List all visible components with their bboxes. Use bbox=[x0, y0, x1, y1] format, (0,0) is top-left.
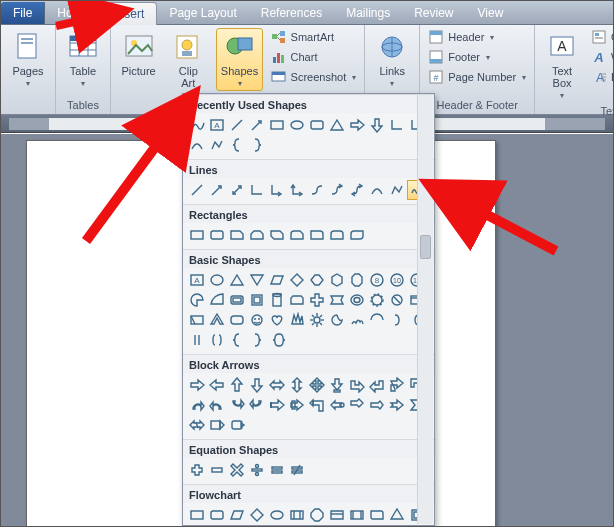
tab-references[interactable]: References bbox=[249, 2, 334, 24]
shape-item[interactable] bbox=[247, 525, 267, 526]
shape-item[interactable] bbox=[347, 375, 367, 395]
shape-item[interactable] bbox=[287, 505, 307, 525]
tab-review[interactable]: Review bbox=[402, 2, 465, 24]
shape-snip-single[interactable] bbox=[227, 225, 247, 245]
shape-item[interactable] bbox=[187, 395, 207, 415]
shape-item[interactable] bbox=[307, 290, 327, 310]
shape-left-brace[interactable] bbox=[227, 135, 247, 155]
shape-down-arrow[interactable] bbox=[367, 115, 387, 135]
shape-item[interactable] bbox=[307, 505, 327, 525]
shape-equals[interactable] bbox=[267, 460, 287, 480]
shape-rounded-rect[interactable] bbox=[307, 115, 327, 135]
shape-item[interactable] bbox=[267, 290, 287, 310]
panel-scrollbar[interactable] bbox=[417, 95, 433, 524]
shape-item[interactable] bbox=[267, 330, 287, 350]
shape-minus[interactable] bbox=[207, 460, 227, 480]
screenshot-button[interactable]: Screenshot bbox=[269, 68, 359, 86]
shape-item[interactable] bbox=[287, 375, 307, 395]
shape-oval[interactable] bbox=[287, 115, 307, 135]
footer-button[interactable]: Footer bbox=[426, 48, 528, 66]
smartart-button[interactable]: SmartArt bbox=[269, 28, 359, 46]
shape-item[interactable] bbox=[227, 330, 247, 350]
shape-elbow-arrow[interactable] bbox=[267, 180, 287, 200]
shape-double-arrow[interactable] bbox=[227, 180, 247, 200]
shape-item[interactable] bbox=[187, 375, 207, 395]
shape-item[interactable] bbox=[387, 525, 407, 526]
shape-item[interactable] bbox=[327, 290, 347, 310]
shape-item[interactable] bbox=[267, 310, 287, 330]
shape-item[interactable] bbox=[367, 310, 387, 330]
shape-item[interactable] bbox=[247, 330, 267, 350]
shape-item[interactable] bbox=[307, 375, 327, 395]
shape-item[interactable] bbox=[387, 395, 407, 415]
shape-item[interactable] bbox=[267, 270, 287, 290]
shape-item[interactable] bbox=[367, 375, 387, 395]
shape-item[interactable] bbox=[347, 395, 367, 415]
shape-item[interactable] bbox=[327, 270, 347, 290]
shape-item[interactable] bbox=[387, 505, 407, 525]
shape-item[interactable] bbox=[227, 395, 247, 415]
quick-parts-button[interactable]: Quick Parts bbox=[589, 28, 614, 46]
clipart-button[interactable]: Clip Art bbox=[166, 28, 210, 103]
shape-item[interactable] bbox=[227, 525, 247, 526]
shape-item[interactable] bbox=[207, 395, 227, 415]
shape-rounded-rect[interactable] bbox=[207, 225, 227, 245]
shape-arrow[interactable] bbox=[207, 180, 227, 200]
picture-button[interactable]: Picture bbox=[117, 28, 160, 80]
shape-item[interactable] bbox=[227, 310, 247, 330]
tab-view[interactable]: View bbox=[466, 2, 516, 24]
shape-item[interactable] bbox=[207, 270, 227, 290]
shape-item[interactable] bbox=[307, 270, 327, 290]
shape-item[interactable] bbox=[327, 310, 347, 330]
shape-item[interactable] bbox=[187, 330, 207, 350]
shape-item[interactable] bbox=[267, 375, 287, 395]
shape-round-single[interactable] bbox=[307, 225, 327, 245]
shape-item[interactable] bbox=[287, 395, 307, 415]
shape-item[interactable] bbox=[367, 505, 387, 525]
shape-item[interactable] bbox=[307, 395, 327, 415]
chart-button[interactable]: Chart bbox=[269, 48, 359, 66]
shape-item[interactable] bbox=[247, 290, 267, 310]
shape-item[interactable] bbox=[347, 310, 367, 330]
shape-item[interactable] bbox=[207, 290, 227, 310]
shape-item[interactable] bbox=[347, 270, 367, 290]
shape-item[interactable] bbox=[227, 375, 247, 395]
shape-freeform[interactable] bbox=[207, 135, 227, 155]
links-button[interactable]: Links bbox=[371, 28, 413, 91]
shape-item[interactable] bbox=[327, 505, 347, 525]
shape-item[interactable] bbox=[367, 395, 387, 415]
shape-item[interactable] bbox=[347, 505, 367, 525]
page-number-button[interactable]: #Page Number bbox=[426, 68, 528, 86]
shape-right-brace[interactable] bbox=[247, 135, 267, 155]
shapes-button[interactable]: Shapes bbox=[216, 28, 262, 91]
shape-item[interactable] bbox=[207, 310, 227, 330]
tab-insert[interactable]: Insert bbox=[101, 2, 157, 25]
shape-item[interactable] bbox=[367, 290, 387, 310]
shape-item[interactable] bbox=[287, 290, 307, 310]
shape-scribble[interactable] bbox=[187, 115, 207, 135]
shape-elbow[interactable] bbox=[247, 180, 267, 200]
wordart-button[interactable]: AWordArt bbox=[589, 48, 614, 66]
shape-multiply[interactable] bbox=[227, 460, 247, 480]
shape-item[interactable] bbox=[227, 290, 247, 310]
shape-item[interactable] bbox=[247, 505, 267, 525]
shape-round-diag[interactable] bbox=[347, 225, 367, 245]
shape-item[interactable] bbox=[267, 525, 287, 526]
tab-file[interactable]: File bbox=[1, 2, 45, 24]
shape-item[interactable] bbox=[387, 375, 407, 395]
shape-item[interactable]: A bbox=[187, 270, 207, 290]
shape-snip-diag[interactable] bbox=[267, 225, 287, 245]
shape-line[interactable] bbox=[227, 115, 247, 135]
shape-arrow-line[interactable] bbox=[247, 115, 267, 135]
shape-triangle[interactable] bbox=[327, 115, 347, 135]
shape-rectangle[interactable] bbox=[267, 115, 287, 135]
shape-item[interactable] bbox=[307, 525, 327, 526]
shape-item[interactable] bbox=[187, 415, 207, 435]
shape-item[interactable] bbox=[247, 270, 267, 290]
shape-item[interactable] bbox=[207, 505, 227, 525]
shape-right-arrow[interactable] bbox=[347, 115, 367, 135]
tab-mailings[interactable]: Mailings bbox=[334, 2, 402, 24]
shape-item[interactable]: 10 bbox=[387, 270, 407, 290]
tab-page-layout[interactable]: Page Layout bbox=[157, 2, 248, 24]
tab-home[interactable]: Home bbox=[45, 2, 101, 24]
